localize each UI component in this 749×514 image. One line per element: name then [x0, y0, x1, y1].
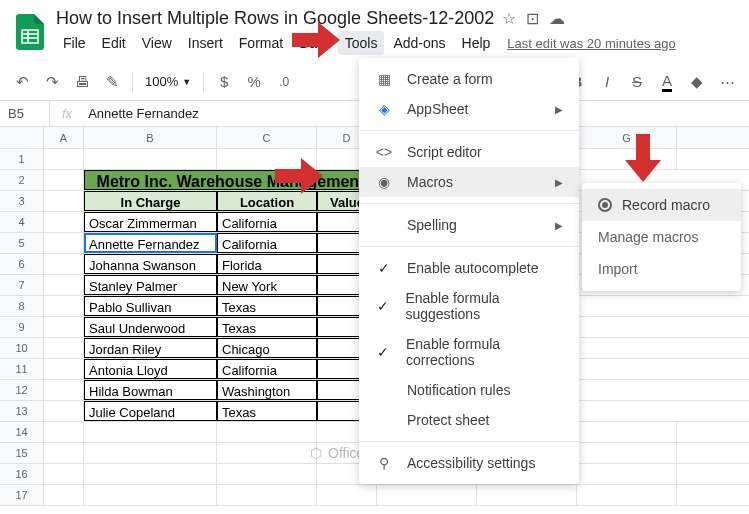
menu-formula-corrections[interactable]: ✓Enable formula corrections: [359, 329, 579, 375]
menu-help[interactable]: Help: [455, 31, 498, 55]
menu-insert[interactable]: Insert: [181, 31, 230, 55]
last-edit[interactable]: Last edit was 20 minutes ago: [507, 36, 675, 51]
row-header[interactable]: 12: [0, 380, 44, 400]
data-cell[interactable]: Oscar Zimmerman: [84, 212, 217, 232]
data-cell[interactable]: Washington: [217, 380, 317, 400]
row-header[interactable]: 10: [0, 338, 44, 358]
menu-notification[interactable]: Notification rules: [359, 375, 579, 405]
col-header[interactable]: B: [84, 127, 217, 148]
data-cell[interactable]: Annette Fernandez: [84, 233, 217, 253]
empty-cell[interactable]: [577, 443, 677, 463]
table-header-cell[interactable]: In Charge: [84, 191, 217, 211]
formula-input[interactable]: Annette Fernandez: [84, 106, 203, 121]
percent-icon[interactable]: %: [240, 68, 268, 96]
empty-cell[interactable]: [44, 443, 84, 463]
row-header[interactable]: 9: [0, 317, 44, 337]
menu-view[interactable]: View: [135, 31, 179, 55]
name-box[interactable]: B5: [0, 101, 50, 126]
empty-cell[interactable]: [377, 485, 477, 505]
menu-tools[interactable]: Tools: [338, 31, 385, 55]
currency-icon[interactable]: $: [210, 68, 238, 96]
empty-cell[interactable]: [577, 485, 677, 505]
sheets-logo[interactable]: [12, 14, 48, 50]
row-header[interactable]: 6: [0, 254, 44, 274]
menu-appsheet[interactable]: ◈AppSheet▶: [359, 94, 579, 124]
data-cell[interactable]: Antonia Lloyd: [84, 359, 217, 379]
col-header[interactable]: C: [217, 127, 317, 148]
undo-icon[interactable]: ↶: [8, 68, 36, 96]
data-cell[interactable]: Chicago: [217, 338, 317, 358]
empty-cell[interactable]: [577, 422, 677, 442]
data-cell[interactable]: California: [217, 212, 317, 232]
data-cell[interactable]: Stanley Palmer: [84, 275, 217, 295]
star-icon[interactable]: ☆: [502, 9, 516, 28]
menu-addons[interactable]: Add-ons: [386, 31, 452, 55]
cloud-icon[interactable]: ☁: [549, 9, 565, 28]
empty-cell[interactable]: [44, 464, 84, 484]
menu-autocomplete[interactable]: ✓Enable autocomplete: [359, 253, 579, 283]
sheet-title-cell[interactable]: Metro Inc. Warehouse Management: [84, 170, 377, 190]
decrease-decimal-icon[interactable]: .0: [270, 68, 298, 96]
data-cell[interactable]: Texas: [217, 401, 317, 421]
menu-script-editor[interactable]: <>Script editor: [359, 137, 579, 167]
data-cell[interactable]: Johanna Swanson: [84, 254, 217, 274]
doc-title[interactable]: How to Insert Multiple Rows in Google Sh…: [56, 8, 494, 29]
row-header[interactable]: 1: [0, 149, 44, 169]
col-header[interactable]: A: [44, 127, 84, 148]
more-icon[interactable]: ⋯: [713, 68, 741, 96]
zoom-select[interactable]: 100% ▼: [139, 74, 197, 89]
table-header-cell[interactable]: Location: [217, 191, 317, 211]
data-cell[interactable]: Saul Underwood: [84, 317, 217, 337]
row-header[interactable]: 14: [0, 422, 44, 442]
empty-cell[interactable]: [317, 485, 377, 505]
menu-file[interactable]: File: [56, 31, 93, 55]
row-header[interactable]: 11: [0, 359, 44, 379]
row-header[interactable]: 3: [0, 191, 44, 211]
paint-format-icon[interactable]: ✎: [98, 68, 126, 96]
empty-cell[interactable]: [84, 422, 217, 442]
strike-icon[interactable]: S: [623, 68, 651, 96]
empty-cell[interactable]: [477, 485, 577, 505]
data-cell[interactable]: New York: [217, 275, 317, 295]
menu-protect[interactable]: Protect sheet: [359, 405, 579, 435]
row-header[interactable]: 2: [0, 170, 44, 190]
menu-formula-suggestions[interactable]: ✓Enable formula suggestions: [359, 283, 579, 329]
move-icon[interactable]: ⊡: [526, 9, 539, 28]
data-cell[interactable]: California: [217, 359, 317, 379]
data-cell[interactable]: Hilda Bowman: [84, 380, 217, 400]
empty-cell[interactable]: [217, 485, 317, 505]
menu-spelling[interactable]: Spelling▶: [359, 210, 579, 240]
menu-macros[interactable]: ◉Macros▶: [359, 167, 579, 197]
menu-accessibility[interactable]: ⚲Accessibility settings: [359, 448, 579, 478]
empty-cell[interactable]: [217, 464, 317, 484]
empty-cell[interactable]: [84, 149, 217, 169]
empty-cell[interactable]: [44, 149, 84, 169]
data-cell[interactable]: California: [217, 233, 317, 253]
menu-record-macro[interactable]: Record macro: [582, 189, 741, 221]
row-header[interactable]: 13: [0, 401, 44, 421]
row-header[interactable]: 16: [0, 464, 44, 484]
empty-cell[interactable]: [84, 443, 217, 463]
data-cell[interactable]: Texas: [217, 296, 317, 316]
menu-format[interactable]: Format: [232, 31, 290, 55]
empty-cell[interactable]: [44, 422, 84, 442]
data-cell[interactable]: Pablo Sullivan: [84, 296, 217, 316]
italic-icon[interactable]: I: [593, 68, 621, 96]
row-header[interactable]: 8: [0, 296, 44, 316]
empty-cell[interactable]: [217, 422, 317, 442]
row-header[interactable]: 7: [0, 275, 44, 295]
data-cell[interactable]: Texas: [217, 317, 317, 337]
menu-import[interactable]: Import: [582, 253, 741, 285]
fill-color-icon[interactable]: ◆: [683, 68, 711, 96]
row-header[interactable]: 4: [0, 212, 44, 232]
row-header[interactable]: 15: [0, 443, 44, 463]
menu-manage-macros[interactable]: Manage macros: [582, 221, 741, 253]
empty-cell[interactable]: [577, 464, 677, 484]
menu-create-form[interactable]: ▦Create a form: [359, 64, 579, 94]
data-cell[interactable]: Florida: [217, 254, 317, 274]
text-color-icon[interactable]: A: [653, 68, 681, 96]
row-header[interactable]: 5: [0, 233, 44, 253]
print-icon[interactable]: 🖶: [68, 68, 96, 96]
data-cell[interactable]: Julie Copeland: [84, 401, 217, 421]
redo-icon[interactable]: ↷: [38, 68, 66, 96]
